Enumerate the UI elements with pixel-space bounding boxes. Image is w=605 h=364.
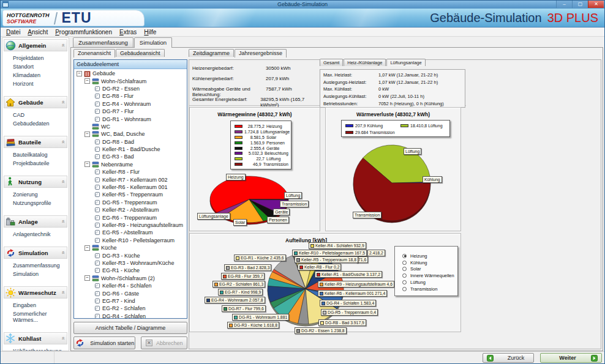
tree-expander-icon[interactable]: −	[85, 245, 90, 251]
sidebar-item-eingaben[interactable]: Eingaben	[13, 301, 67, 310]
tree-room-dg-r2-essen[interactable]: DG-R2 - Essen	[74, 85, 187, 92]
close-button[interactable]: ✕	[588, 1, 604, 8]
collapse-chevron-icon[interactable]: »	[59, 251, 66, 254]
tree-room-eg-r2-schlafen[interactable]: EG-R2 - Schlafen	[74, 305, 187, 312]
sidebar-item-bauteilkatalog[interactable]: Bauteilkatalog	[13, 150, 67, 159]
tree-room-dg-r7-flur[interactable]: DG-R7 - Flur	[74, 108, 187, 115]
tab-simulation[interactable]: Simulation	[134, 37, 172, 48]
minimize-button[interactable]: –	[556, 1, 572, 8]
menu-item-hilfe[interactable]: Hilfe	[140, 29, 160, 35]
tree-room-dg-r6-gäste[interactable]: DG-R6 - Gäste	[74, 289, 187, 297]
tab-gebäudeansicht[interactable]: Gebäudeansicht	[116, 49, 165, 57]
radio-icon[interactable]	[402, 273, 407, 278]
tree-zone-nebenräume[interactable]: −Nebenräume	[74, 161, 187, 168]
view-table-diagrams-button[interactable]: Ansicht Tabelle / Diagramme	[73, 322, 187, 334]
tree-expander-icon[interactable]: −	[85, 162, 90, 167]
sidebar-item-klimadaten[interactable]: Klimadaten	[13, 71, 67, 80]
tree-zone-wc-bad-dusche[interactable]: −WC, Bad, Dusche	[74, 130, 187, 138]
radio-icon[interactable]	[402, 267, 407, 271]
sidebar-item-projektbauteile[interactable]: Projektbauteile	[13, 159, 67, 168]
menu-item-extras[interactable]: Extras	[116, 29, 140, 35]
radio-icon[interactable]	[402, 254, 407, 258]
back-button[interactable]: Zurück	[483, 353, 534, 363]
tree-room-keller-r7-kellerraum-002[interactable]: Keller-R7 - Kellerraum 002	[74, 176, 187, 183]
sidebar-section-header[interactable]: Kühllast»	[4, 332, 67, 344]
sidebar-item-standort[interactable]: Standort	[13, 62, 67, 71]
radio-icon[interactable]	[402, 261, 407, 265]
tree-expander-icon[interactable]: −	[85, 132, 90, 137]
radio-icon[interactable]	[402, 287, 407, 291]
radio-option-solar[interactable]: Solar	[395, 266, 457, 273]
tree-room-dg-r4-schlafen[interactable]: DG-R4 - Schlafen	[74, 313, 187, 319]
radio-option-innere-wärmequellen[interactable]: Innere Wärmequellen	[395, 272, 457, 279]
tree-room-eg-r5-abstellraum[interactable]: EG-R5 - Abstellraum	[74, 229, 187, 236]
menu-item-datei[interactable]: Datei	[2, 29, 24, 35]
tree-room-keller-r6-kellerraum-001[interactable]: Keller-R6 - Kellerraum 001	[74, 184, 187, 191]
tree-column-header[interactable]: Gebäudeelement	[74, 60, 187, 69]
radio-icon[interactable]	[402, 280, 407, 284]
tree-room-keller-r4-schlafen[interactable]: Keller-R4 - Schlafen	[74, 282, 187, 289]
sidebar-section-header[interactable]: Anlage»	[4, 215, 67, 228]
tree-room-keller-r2-abstellraum[interactable]: Keller-R2 - Abstellraum	[74, 206, 187, 214]
tree-room-dg-r1-wohnraum[interactable]: DG-R1 - Wohnraum	[74, 115, 187, 122]
sidebar-item-projektdaten[interactable]: Projektdaten	[13, 54, 67, 62]
tab-lüftungsanlage[interactable]: Lüftungsanlage	[386, 59, 425, 66]
next-button[interactable]: Weiter	[540, 353, 602, 363]
tree-room-keller-r3-wohnraum-küche[interactable]: Keller-R3 - Wohnraum/Küche	[74, 259, 187, 267]
menu-item-programmfunktionen[interactable]: Programmfunktionen	[51, 29, 116, 35]
tab-zeitdiagramme[interactable]: Zeitdiagramme	[189, 49, 234, 57]
sidebar-section-header[interactable]: Nutzung»	[4, 176, 67, 188]
cancel-button[interactable]: ✕ Abbrechen	[141, 336, 187, 349]
tree-node-gebaeude[interactable]: −Gebäude	[74, 70, 187, 77]
sidebar-item-gebäudedaten[interactable]: Gebäudedaten	[13, 119, 67, 128]
tree-room-keller-r1-bad-dusche[interactable]: Keller-R1 - Bad/Dusche	[74, 146, 187, 153]
tab-heiz-kühlanlage[interactable]: Heiz-/Kühlanlage	[344, 59, 386, 66]
sidebar-item-simulation[interactable]: Simulation	[13, 270, 67, 278]
tree-expander-icon[interactable]: −	[85, 275, 90, 281]
tree-room-dg-r3-küche[interactable]: DG-R3 - Küche	[74, 251, 187, 259]
sidebar-item-horizont[interactable]: Horizont	[13, 80, 67, 88]
menu-item-ansicht[interactable]: Ansicht	[24, 29, 51, 35]
sidebar-item-cad[interactable]: CAD	[13, 111, 67, 119]
maximize-button[interactable]: ▢	[572, 1, 588, 8]
tree-zone-wc[interactable]: WC	[74, 123, 187, 130]
collapse-chevron-icon[interactable]: »	[59, 140, 66, 143]
sidebar-item-kühllastberechnung[interactable]: Kühllastberechnung	[13, 347, 67, 351]
tree-expander-icon[interactable]: −	[85, 78, 90, 84]
sidebar-section-header[interactable]: Wärmeschutz»	[4, 286, 67, 299]
collapse-chevron-icon[interactable]: »	[59, 180, 66, 183]
radio-option-kühlung[interactable]: Kühlung	[395, 259, 457, 266]
tree-zone-küche[interactable]: −Küche	[74, 244, 187, 251]
tree-room-keller-r5-treppenraum[interactable]: Keller-R5 - Treppenraum	[74, 191, 187, 198]
tree-room-dg-r5-treppenraum[interactable]: DG-R5 - Treppenraum	[74, 199, 187, 206]
tree-zone-wohn-schlafraum[interactable]: −Wohn-/Schlafraum	[74, 77, 187, 84]
sidebar-section-header[interactable]: Simulation»	[4, 247, 67, 259]
collapse-chevron-icon[interactable]: »	[59, 43, 66, 46]
collapse-chevron-icon[interactable]: »	[59, 100, 66, 103]
sidebar-item-nutzungsprofile[interactable]: Nutzungsprofile	[13, 199, 67, 207]
tab-gesamt[interactable]: Gesamt	[320, 59, 343, 66]
sidebar-section-header[interactable]: Gebäude»	[4, 96, 67, 108]
radio-option-heizung[interactable]: Heizung	[395, 253, 457, 259]
tab-zonenansicht[interactable]: Zonenansicht	[73, 49, 115, 58]
sidebar-item-anlagentechnik[interactable]: Anlagentechnik	[13, 230, 67, 239]
tree-room-eg-r1-küche[interactable]: EG-R1 - Küche	[74, 267, 187, 274]
start-simulation-button[interactable]: Simulation starten	[73, 336, 135, 349]
tab-zusammenfassung[interactable]: Zusammenfassung	[73, 37, 133, 47]
tree-room-eg-r8-flur[interactable]: EG-R8 - Flur	[74, 92, 187, 100]
sidebar-item-zonierung[interactable]: Zonierung	[13, 190, 67, 199]
radio-option-lüftung[interactable]: Lüftung	[395, 279, 457, 286]
tree-zone-wohn-schlafraum-2[interactable]: −Wohn-/Schlafraum (2)	[74, 275, 187, 282]
tree-room-eg-r7-kind[interactable]: EG-R7 - Kind	[74, 297, 187, 305]
collapse-chevron-icon[interactable]: »	[59, 336, 66, 340]
sidebar-section-header[interactable]: Bauteile»	[4, 136, 67, 148]
sidebar-item-sommerlicher-wärmes[interactable]: Sommerlicher Wärmes...	[13, 310, 67, 324]
sidebar-section-header[interactable]: Allgemein»	[4, 39, 67, 51]
tree-room-keller-r10-pelletslagerraum[interactable]: Keller-R10 - Pelletslagerraum	[74, 237, 187, 244]
sidebar-item-zusammenfassung[interactable]: Zusammenfassung	[13, 261, 67, 270]
tab-jahresergebnisse[interactable]: Jahresergebnisse	[235, 49, 287, 58]
collapse-chevron-icon[interactable]: »	[59, 220, 66, 223]
radio-option-transmission[interactable]: Transmission	[395, 286, 457, 292]
tree-room-keller-r8-flur[interactable]: Keller-R8 - Flur	[74, 168, 187, 176]
tree-expander-icon[interactable]: −	[77, 71, 82, 76]
